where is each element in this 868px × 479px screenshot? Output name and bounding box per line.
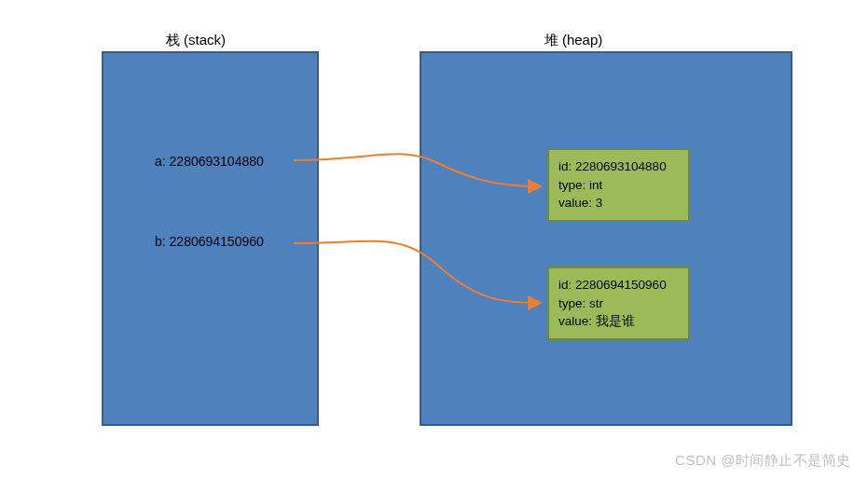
obj1-type-row: type: int xyxy=(558,176,679,195)
obj1-id-label: id: xyxy=(558,159,572,173)
obj2-id-row: id: 2280694150960 xyxy=(558,276,679,294)
stack-entry-a: a: 2280693104880 xyxy=(155,154,264,169)
heap-object-int: id: 2280693104880 type: int value: 3 xyxy=(547,148,690,222)
obj2-id-label: id: xyxy=(558,278,572,292)
heap-label: 堆 (heap) xyxy=(517,32,629,49)
obj1-id-row: id: 2280693104880 xyxy=(558,157,679,176)
obj2-type-label: type: xyxy=(558,296,586,310)
obj1-value-label: value: xyxy=(558,196,592,210)
obj1-id-value: 2280693104880 xyxy=(575,159,667,173)
obj2-value-value: 我是谁 xyxy=(596,314,635,328)
stack-entry-b: b: 2280694150960 xyxy=(155,234,264,249)
obj1-type-label: type: xyxy=(558,178,586,192)
obj1-value-row: value: 3 xyxy=(558,194,679,212)
obj2-type-value: str xyxy=(589,296,603,310)
obj1-type-value: int xyxy=(589,178,602,192)
obj2-value-label: value: xyxy=(558,314,592,328)
obj2-type-row: type: str xyxy=(558,294,679,313)
watermark: CSDN @时间静止不是简史 xyxy=(675,452,851,470)
heap-object-str: id: 2280694150960 type: str value: 我是谁 xyxy=(547,267,690,340)
obj1-value-value: 3 xyxy=(596,196,603,210)
obj2-id-value: 2280694150960 xyxy=(575,278,667,292)
heap-box: id: 2280693104880 type: int value: 3 id:… xyxy=(420,51,792,426)
obj2-value-row: value: 我是谁 xyxy=(558,312,679,331)
stack-box: a: 2280693104880 b: 2280694150960 xyxy=(102,51,319,426)
stack-label: 栈 (stack) xyxy=(140,32,252,49)
